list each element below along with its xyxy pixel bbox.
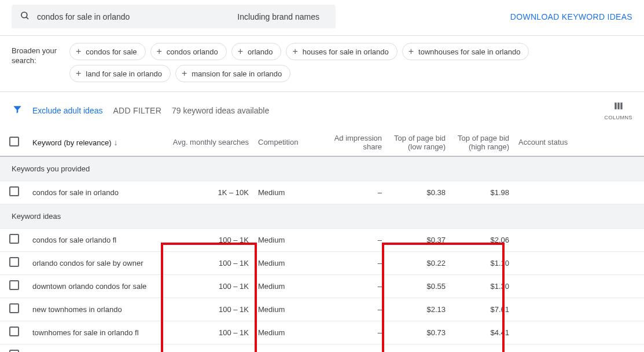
plus-icon: + <box>182 68 187 79</box>
cell-bid-low: $0.37 <box>387 228 450 251</box>
table-row: downtown orlando condos for sale100 – 1K… <box>0 274 644 298</box>
search-box[interactable]: Including brand names <box>12 5 336 28</box>
cell-status <box>514 228 644 251</box>
cell-searches: 100 – 1K <box>161 251 253 274</box>
cell-impression: – <box>329 274 387 298</box>
cell-impression: – <box>329 181 387 204</box>
cell-competition: Medium <box>253 228 329 251</box>
cell-impression: – <box>329 298 387 321</box>
brand-names-toggle[interactable]: Including brand names <box>237 12 319 21</box>
cell-impression: – <box>329 321 387 344</box>
cell-competition: Medium <box>253 298 329 321</box>
cell-bid-low: $0.55 <box>387 274 450 298</box>
broaden-chip[interactable]: +condos orlando <box>150 43 227 60</box>
columns-label: COLUMNS <box>604 115 632 120</box>
cell-bid-high: $1.98 <box>450 181 514 204</box>
cell-keyword: condos for sale in orlando <box>28 181 161 204</box>
cell-bid-high: $7.61 <box>450 298 514 321</box>
cell-searches: 100 – 1K <box>161 344 253 352</box>
search-input[interactable] <box>37 12 237 21</box>
cell-bid-low: $2.13 <box>387 298 450 321</box>
add-filter-button[interactable]: ADD FILTER <box>113 106 161 115</box>
broaden-chip[interactable]: +mansion for sale in orlando <box>175 65 290 82</box>
broaden-label: Broaden your search: <box>12 43 69 82</box>
column-header-keyword[interactable]: Keyword (by relevance)↓ <box>28 129 161 156</box>
plus-icon: + <box>409 46 414 57</box>
plus-icon: + <box>292 46 297 57</box>
cell-competition: Medium <box>253 344 329 352</box>
cell-bid-high: $1.30 <box>450 274 514 298</box>
column-header-bid-high[interactable]: Top of page bid (high range) <box>450 129 514 156</box>
row-checkbox[interactable] <box>9 303 19 313</box>
sort-arrow-down-icon: ↓ <box>114 138 118 147</box>
cell-status <box>514 321 644 344</box>
chip-label: land for sale in orlando <box>86 69 162 78</box>
chip-label: orlando <box>248 47 273 56</box>
column-header-competition[interactable]: Competition <box>253 129 329 156</box>
cell-searches: 100 – 1K <box>161 228 253 251</box>
cell-bid-high: $1.10 <box>450 251 514 274</box>
broaden-chip[interactable]: +land for sale in orlando <box>69 65 171 82</box>
cell-status <box>514 251 644 274</box>
cell-status <box>514 181 644 204</box>
column-header-status[interactable]: Account status <box>514 129 644 156</box>
select-all-checkbox[interactable] <box>9 137 19 146</box>
row-checkbox[interactable] <box>9 234 19 244</box>
row-checkbox[interactable] <box>9 186 19 196</box>
cell-bid-high: $2.06 <box>450 228 514 251</box>
plus-icon: + <box>76 46 81 57</box>
chip-label: condos orlando <box>167 47 218 56</box>
cell-bid-high: $1.37 <box>450 344 514 352</box>
table-row: orlando condos for sale by owner100 – 1K… <box>0 251 644 274</box>
column-header-impression[interactable]: Ad impression share <box>329 129 387 156</box>
download-keyword-ideas-link[interactable]: DOWNLOAD KEYWORD IDEAS <box>510 12 632 21</box>
svg-point-0 <box>21 12 27 18</box>
cell-status <box>514 274 644 298</box>
cell-keyword: orlando condos for sale by owner <box>28 251 161 274</box>
cell-bid-low: $0.22 <box>387 251 450 274</box>
plus-icon: + <box>76 68 81 79</box>
table-row: condos for sale orlando fl100 – 1KMedium… <box>0 228 644 251</box>
broaden-chip[interactable]: +condos for sale <box>69 43 146 60</box>
row-checkbox[interactable] <box>9 257 19 267</box>
svg-rect-4 <box>620 102 622 109</box>
plus-icon: + <box>157 46 162 57</box>
cell-competition: Medium <box>253 181 329 204</box>
column-header-searches[interactable]: Avg. monthly searches <box>161 129 253 156</box>
broaden-chip[interactable]: +houses for sale in orlando <box>286 43 397 60</box>
table-row: condos downtown orlando100 – 1KMedium–$0… <box>0 344 644 352</box>
broaden-chip[interactable]: +orlando <box>231 43 282 60</box>
cell-keyword: downtown orlando condos for sale <box>28 274 161 298</box>
cell-keyword: condos downtown orlando <box>28 344 161 352</box>
column-header-bid-low[interactable]: Top of page bid (low range) <box>387 129 450 156</box>
cell-keyword: townhomes for sale in orlando fl <box>28 321 161 344</box>
table-row: townhomes for sale in orlando fl100 – 1K… <box>0 321 644 344</box>
row-checkbox[interactable] <box>9 327 19 336</box>
cell-impression: – <box>329 251 387 274</box>
chip-label: condos for sale <box>86 47 137 56</box>
cell-competition: Medium <box>253 274 329 298</box>
cell-keyword: condos for sale orlando fl <box>28 228 161 251</box>
cell-searches: 1K – 10K <box>161 181 253 204</box>
cell-bid-high: $4.41 <box>450 321 514 344</box>
filter-icon[interactable] <box>12 104 23 117</box>
plus-icon: + <box>238 46 243 57</box>
cell-searches: 100 – 1K <box>161 298 253 321</box>
cell-impression: – <box>329 344 387 352</box>
exclude-adult-ideas-link[interactable]: Exclude adult ideas <box>32 106 102 115</box>
row-checkbox[interactable] <box>9 280 19 290</box>
broaden-chips: +condos for sale+condos orlando+orlando+… <box>69 43 632 82</box>
cell-status <box>514 344 644 352</box>
cell-competition: Medium <box>253 321 329 344</box>
section-header-row: Keyword ideas <box>0 204 644 228</box>
cell-bid-low: $0.38 <box>387 181 450 204</box>
row-checkbox[interactable] <box>9 350 19 352</box>
broaden-chip[interactable]: +townhouses for sale in orlando <box>402 43 529 60</box>
cell-impression: – <box>329 228 387 251</box>
cell-bid-low: $0.73 <box>387 321 450 344</box>
cell-keyword: new townhomes in orlando <box>28 298 161 321</box>
chip-label: townhouses for sale in orlando <box>418 47 520 56</box>
columns-button[interactable]: COLUMNS <box>604 100 632 120</box>
cell-status <box>514 298 644 321</box>
ideas-count-label: 79 keyword ideas available <box>172 106 269 115</box>
